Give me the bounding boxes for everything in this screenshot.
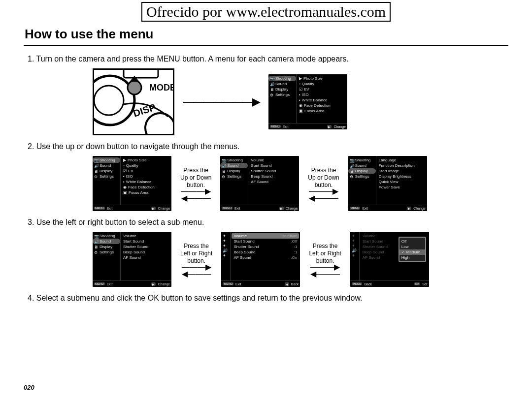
step-3-figures: 📷Shooting 🔊Sound 🖥Display ⚙Settings Volu…	[24, 232, 508, 287]
menu-screen-sound-2: 📷Shooting 🔊Sound 🖥Display ⚙Settings Volu…	[93, 232, 171, 287]
submenu-item: Face Detection	[304, 103, 331, 108]
step-2-text: 2. Use the up or down button to navigate…	[28, 142, 508, 151]
option-high: High	[401, 255, 409, 260]
step-2-figures: 📷Shooting 🔊Sound 🖥Display ⚙Settings ▶Pho…	[24, 156, 508, 211]
camera-illustration: MODE DISP	[93, 68, 174, 135]
svg-point-1	[94, 86, 124, 115]
footer-change: Change	[333, 125, 346, 128]
menu-screen-display: 📷Shooting 🔊Sound 🖥Display ⚙Settings Lang…	[348, 156, 427, 211]
caption-updown-1: Press the Up or Down button.	[180, 167, 211, 189]
step-4-text: 4. Select a submenu and click the OK but…	[28, 294, 508, 303]
footer-key-play: ▶	[327, 125, 332, 128]
submenu-item: Focus Area	[304, 109, 324, 113]
svg-text:MODE: MODE	[149, 83, 173, 93]
submenu-item: White Balance	[302, 98, 328, 102]
option-medium: Medium	[406, 250, 420, 254]
svg-point-2	[128, 81, 141, 94]
page-title: How to use the menu	[25, 27, 508, 42]
double-arrow-icon: ———▶◀———	[309, 189, 338, 200]
caption-leftright-2: Press the Left or Right button.	[309, 243, 341, 265]
svg-rect-4	[124, 70, 158, 78]
page-number: 020	[24, 384, 34, 391]
footer-exit: Exit	[283, 125, 289, 128]
submenu-item: ISO	[302, 93, 309, 97]
double-arrow-icon: ———▶◀———	[181, 189, 211, 200]
step-1-figures: MODE DISP ———————▶ 📷Shooting 🔊Sound 🖥Dis…	[24, 68, 508, 135]
menu-screen-shooting: 📷Shooting 🔊Sound 🖥Display ⚙Settings ▶Pho…	[268, 74, 347, 129]
step-3-text: 3. Use the left or right button to selec…	[28, 218, 508, 227]
step-1-text: 1. Turn on the camera and press the MENU…	[28, 55, 508, 63]
option-off: Off	[401, 239, 407, 244]
menu-item-shooting: Shooting	[275, 76, 291, 81]
menu-item-display: Display	[275, 87, 288, 92]
menu-item-settings: Settings	[275, 93, 290, 97]
title-rule	[24, 45, 508, 46]
footer-key-menu: MENU	[270, 125, 281, 128]
menu-screen-volume-select: ✦ ✦ ✦ 🔊 ✦ Volume Start Sound Shutter Sou…	[350, 232, 429, 287]
option-low: Low	[401, 245, 409, 249]
menu-screen-sound: 📷Shooting 🔊Sound 🖥Display ⚙Settings Volu…	[220, 156, 299, 211]
submenu-item: Photo Size	[303, 76, 323, 81]
submenu-item: EV	[304, 87, 309, 92]
submenu-item: Quality	[302, 82, 314, 86]
double-arrow-icon: ———▶◀———	[182, 265, 211, 276]
svg-point-7	[145, 113, 173, 134]
menu-screen-shooting-2: 📷Shooting 🔊Sound 🖥Display ⚙Settings ▶Pho…	[93, 156, 171, 211]
caption-leftright-1: Press the Left or Right button.	[180, 243, 212, 265]
menu-screen-sound-detail: ✦ ✦ ✦ 🔊 ✦ Volume:Medium Start Sound:Off …	[221, 232, 300, 287]
svg-marker-3	[130, 76, 139, 82]
double-arrow-icon: ———▶◀———	[310, 265, 340, 276]
arrow-right-icon: ———————▶	[183, 95, 260, 108]
volume-popup: Off Low ✓ Medium High	[399, 237, 426, 262]
watermark-banner: Ofrecido por www.electromanuales.com	[141, 2, 391, 22]
caption-updown-2: Press the Up or Down button.	[308, 167, 339, 189]
menu-item-sound: Sound	[275, 82, 287, 86]
